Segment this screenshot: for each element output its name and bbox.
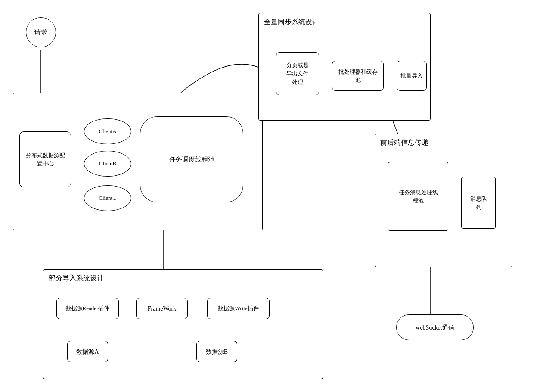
full-sync-section: 全量同步系统设计 分页或是 导出文件 处理 批处理器和缓存 池 批量导入 [258,13,431,121]
task-msg-pool-box: 任务消息处理线 程池 [388,162,448,231]
clientDot-oval: Client... [84,185,131,211]
distributed-config-box: 分布式数据源配 置中心 [19,131,71,187]
datasource-write-box: 数据源Write插件 [207,298,270,319]
batch-processor-box: 批处理器和缓存 池 [332,61,384,91]
clientA-oval: ClientA [84,118,131,144]
datasource-b-box: 数据源B [196,341,237,362]
framework-box: FrameWork [136,298,188,319]
request-circle: 请求 [26,17,56,47]
partial-import-title: 部分导入系统设计 [49,273,104,283]
batch-import-box: 批量导入 [397,61,427,91]
clientB-oval: ClientB [84,151,131,177]
partial-import-section: 部分导入系统设计 数据源Reader插件 FrameWork 数据源Write插… [43,269,323,379]
full-sync-title: 全量同步系统设计 [264,17,319,27]
page-export-box: 分页或是 导出文件 处理 [276,52,319,95]
msg-queue-box: 消息队 列 [461,177,496,229]
task-thread-pool-box: 任务调度线程池 [140,116,243,202]
diagram-container: 请求 分布式数据源配 置中心 ClientA ClientB Client...… [0,0,534,392]
websocket-box: webSocket通信 [396,314,474,340]
frontend-backend-title: 前后端信息传递 [380,137,428,148]
datasource-a-box: 数据源A [67,341,108,362]
frontend-backend-section: 前后端信息传递 任务消息处理线 程池 消息队 列 [375,134,512,267]
datasource-reader-box: 数据源Reader插件 [56,298,119,319]
